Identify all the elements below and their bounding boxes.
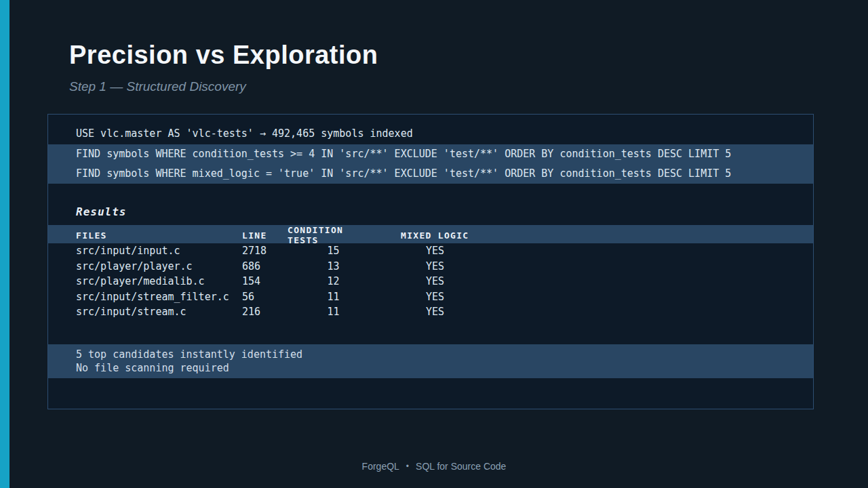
cell-line: 686	[242, 260, 288, 272]
cell-line: 216	[242, 306, 288, 318]
query-line: FIND symbols WHERE mixed_logic = 'true' …	[48, 164, 813, 184]
cell-file: src/input/input.c	[76, 245, 242, 257]
query-line: FIND symbols WHERE condition_tests >= 4 …	[48, 144, 813, 164]
cell-condition-tests: 13	[288, 260, 379, 272]
column-header-line: LINE	[242, 230, 288, 241]
cell-file: src/player/medialib.c	[76, 275, 242, 287]
page-title: Precision vs Exploration	[69, 41, 378, 70]
cell-file: src/player/player.c	[76, 260, 242, 272]
cell-condition-tests: 11	[288, 291, 379, 303]
cell-mixed-logic: YES	[401, 291, 469, 303]
cell-mixed-logic: YES	[401, 275, 469, 287]
page-subtitle: Step 1 — Structured Discovery	[69, 79, 378, 94]
table-row: src/player/player.c 686 13 YES	[48, 259, 813, 274]
cell-file: src/input/stream.c	[76, 306, 242, 318]
query-results-panel: USE vlc.master AS 'vlc-tests' → 492,465 …	[47, 114, 814, 409]
cell-mixed-logic: YES	[401, 260, 469, 272]
table-row: src/player/medialib.c 154 12 YES	[48, 274, 813, 289]
summary-line: No file scanning required	[76, 361, 813, 375]
cell-line: 2718	[242, 245, 288, 257]
cell-mixed-logic: YES	[401, 306, 469, 318]
summary-note: 5 top candidates instantly identified No…	[48, 344, 813, 378]
cell-mixed-logic: YES	[401, 245, 469, 257]
cell-file: src/input/stream_filter.c	[76, 291, 242, 303]
cell-condition-tests: 11	[288, 306, 379, 318]
table-row: src/input/stream_filter.c 56 11 YES	[48, 289, 813, 305]
column-header-condition-tests: CONDITION TESTS	[288, 225, 379, 245]
cell-line: 56	[242, 291, 288, 303]
bullet-separator: •	[406, 462, 409, 471]
slide-header: Precision vs Exploration Step 1 — Struct…	[69, 41, 378, 94]
summary-line: 5 top candidates instantly identified	[76, 348, 813, 361]
column-header-files: FILES	[76, 230, 242, 241]
accent-bar	[0, 0, 9, 488]
footer-tagline: SQL for Source Code	[416, 461, 506, 472]
cell-condition-tests: 15	[288, 245, 379, 257]
results-heading: Results	[76, 204, 813, 220]
cell-condition-tests: 12	[288, 275, 379, 287]
footer-brand: ForgeQL	[362, 461, 399, 472]
column-header-mixed-logic: MIXED LOGIC	[401, 230, 469, 241]
footer: ForgeQL • SQL for Source Code	[0, 461, 868, 472]
table-row: src/input/input.c 2718 15 YES	[48, 243, 813, 259]
results-table-body: src/input/input.c 2718 15 YES src/player…	[48, 243, 813, 320]
use-statement: USE vlc.master AS 'vlc-tests' → 492,465 …	[48, 123, 813, 144]
cell-line: 154	[242, 275, 288, 287]
results-table-header: FILES LINE CONDITION TESTS MIXED LOGIC	[48, 225, 813, 243]
query-highlight-block: FIND symbols WHERE condition_tests >= 4 …	[48, 144, 813, 184]
table-row: src/input/stream.c 216 11 YES	[48, 304, 813, 320]
